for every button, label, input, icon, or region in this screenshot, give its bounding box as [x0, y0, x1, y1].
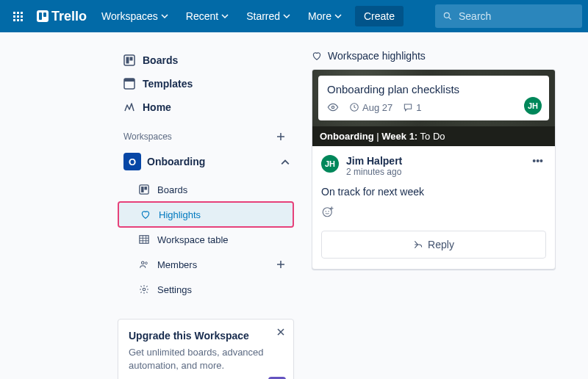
chevron-down-icon — [221, 12, 229, 20]
search-input[interactable] — [459, 10, 575, 22]
card-cover: Onboarding plan checklists Aug 27 1 JH — [312, 70, 555, 126]
highlight-card: Onboarding plan checklists Aug 27 1 JH — [312, 69, 556, 270]
boards-icon — [138, 184, 150, 195]
comment-avatar[interactable]: JH — [321, 155, 339, 173]
workspace-submenu: Boards Highlights Workspace table Member… — [118, 178, 294, 301]
sub-boards[interactable]: Boards — [118, 178, 294, 201]
member-avatar[interactable]: JH — [524, 97, 542, 115]
reply-button[interactable]: Reply — [321, 231, 546, 259]
add-reaction-button[interactable] — [312, 205, 555, 231]
nav-workspaces[interactable]: Workspaces — [94, 6, 176, 26]
close-icon[interactable] — [276, 327, 286, 339]
nav-more-label: More — [308, 10, 331, 22]
nav-left: Trello Workspaces Recent Starred More Cr… — [6, 4, 404, 28]
brand-logo[interactable]: Trello — [32, 9, 91, 24]
svg-point-17 — [326, 211, 327, 212]
comment-menu-button[interactable]: ••• — [529, 155, 546, 167]
svg-point-14 — [331, 106, 334, 108]
sidebar: Boards Templates Home Workspaces O Onboa… — [118, 50, 294, 379]
search-icon — [442, 11, 453, 21]
add-member-button[interactable] — [273, 257, 288, 272]
card-status: To Do — [420, 131, 445, 142]
upgrade-desc: Get unlimited boards, advanced automatio… — [129, 346, 283, 372]
apps-grid-icon — [13, 12, 23, 21]
nav-starred[interactable]: Starred — [239, 6, 298, 26]
main-content: Workspace highlights Onboarding plan che… — [294, 50, 573, 379]
comment-author: Jim Halpert — [346, 155, 522, 167]
home-icon — [123, 101, 135, 113]
nav-starred-label: Starred — [246, 10, 280, 22]
comment-icon — [403, 102, 413, 112]
chevron-down-icon — [334, 12, 342, 20]
table-icon — [138, 234, 150, 245]
nav-recent[interactable]: Recent — [179, 6, 236, 26]
watch-icon — [327, 101, 339, 113]
upgrade-box: Upgrade this Workspace Get unlimited boa… — [118, 319, 294, 379]
comment-header: JH Jim Halpert 2 minutes ago ••• — [312, 146, 555, 186]
svg-rect-3 — [130, 57, 133, 61]
card-location[interactable]: Onboarding | Week 1: To Do — [312, 126, 555, 146]
chevron-down-icon — [283, 12, 290, 20]
comment-meta: Jim Halpert 2 minutes ago — [346, 155, 522, 177]
sub-settings[interactable]: Settings — [118, 278, 294, 301]
app-switcher-button[interactable] — [6, 4, 29, 28]
svg-rect-2 — [126, 57, 129, 64]
chevron-up-icon — [281, 158, 288, 165]
add-workspace-button[interactable] — [273, 129, 288, 144]
gear-icon — [138, 284, 150, 295]
sub-highlights[interactable]: Highlights — [119, 203, 293, 226]
boards-icon — [123, 54, 135, 66]
svg-point-11 — [145, 262, 147, 264]
clock-icon — [349, 102, 359, 112]
due-date: Aug 27 — [362, 102, 392, 113]
svg-rect-1 — [124, 55, 135, 65]
sidebar-templates-label: Templates — [143, 78, 193, 90]
reply-icon — [413, 239, 423, 250]
templates-icon — [123, 78, 135, 90]
workspace-avatar: O — [123, 153, 141, 170]
brand-text: Trello — [51, 9, 87, 24]
sub-highlights-label: Highlights — [159, 209, 201, 220]
sub-settings-label: Settings — [157, 284, 192, 295]
sidebar-home[interactable]: Home — [118, 97, 294, 118]
sub-table[interactable]: Workspace table — [118, 228, 294, 251]
svg-point-10 — [142, 261, 145, 264]
nav-workspaces-label: Workspaces — [101, 10, 158, 22]
svg-rect-6 — [140, 185, 148, 194]
nav-more[interactable]: More — [301, 6, 349, 26]
card-board-name: Onboarding — [320, 131, 374, 142]
members-icon — [138, 259, 150, 270]
heart-icon — [140, 209, 151, 220]
card-title: Onboarding plan checklists — [327, 83, 540, 95]
upgrade-title: Upgrade this Workspace — [129, 330, 283, 342]
comment-time: 2 minutes ago — [346, 167, 522, 177]
card-preview[interactable]: Onboarding plan checklists Aug 27 1 JH — [318, 76, 549, 120]
sidebar-boards[interactable]: Boards — [118, 50, 294, 71]
svg-point-18 — [328, 211, 329, 212]
due-badge: Aug 27 — [349, 102, 392, 113]
svg-point-16 — [323, 208, 331, 217]
workspaces-heading: Workspaces — [118, 120, 294, 148]
sidebar-boards-label: Boards — [143, 54, 178, 66]
sub-boards-label: Boards — [157, 184, 187, 195]
highlights-heading-label: Workspace highlights — [328, 50, 426, 62]
highlights-heading: Workspace highlights — [312, 50, 556, 62]
reaction-icon — [321, 205, 334, 218]
sub-members-label: Members — [157, 259, 197, 270]
create-button[interactable]: Create — [355, 6, 404, 26]
card-list-name: Week 1: — [381, 131, 417, 142]
comments-badge: 1 — [403, 102, 421, 113]
svg-rect-8 — [144, 187, 147, 190]
sub-members[interactable]: Members — [118, 251, 294, 278]
create-label: Create — [364, 10, 395, 22]
sidebar-home-label: Home — [143, 101, 171, 113]
workspace-toggle[interactable]: O Onboarding — [118, 148, 294, 175]
svg-point-12 — [143, 288, 146, 291]
search-box[interactable] — [435, 4, 582, 28]
reply-label: Reply — [428, 239, 454, 250]
sidebar-templates[interactable]: Templates — [118, 73, 294, 94]
workspaces-label: Workspaces — [123, 131, 172, 142]
card-badges: Aug 27 1 — [327, 101, 540, 113]
top-navbar: Trello Workspaces Recent Starred More Cr… — [0, 0, 588, 32]
nav-recent-label: Recent — [186, 10, 218, 22]
